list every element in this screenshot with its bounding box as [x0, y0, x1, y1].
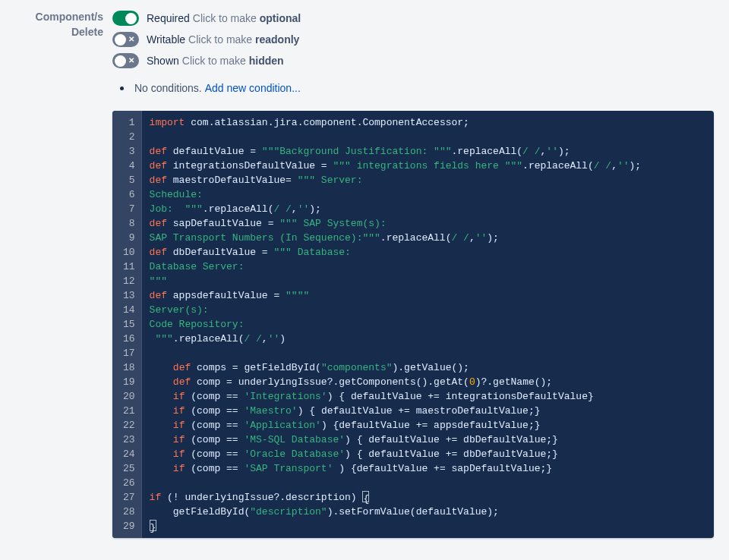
- code-content[interactable]: import com.atlassian.jira.component.Comp…: [142, 111, 714, 538]
- toggle-shown-label: Shown: [147, 55, 179, 67]
- code-gutter: 1234567891011121314151617181920212223242…: [112, 111, 142, 538]
- toggle-writable-hint: Click to make readonly: [188, 33, 299, 46]
- conditions-text: No conditions.: [134, 82, 202, 94]
- field-label-components: Component/s: [0, 9, 103, 24]
- add-condition-link[interactable]: Add new condition...: [205, 82, 301, 94]
- field-name-column: Component/s Delete: [0, 8, 112, 39]
- toggle-shown-hint: Click to make hidden: [182, 55, 284, 67]
- toggle-writable-label: Writable: [147, 33, 185, 46]
- code-editor[interactable]: 1234567891011121314151617181920212223242…: [112, 111, 714, 538]
- bullet-icon: [120, 87, 124, 90]
- field-label-delete[interactable]: Delete: [0, 24, 103, 39]
- toggle-required[interactable]: [112, 11, 139, 26]
- toggle-required-label: Required: [147, 12, 190, 24]
- toggle-shown[interactable]: ✕: [112, 53, 139, 68]
- toggle-required-hint: Click to make optional: [193, 12, 301, 24]
- toggle-writable[interactable]: ✕: [112, 32, 139, 47]
